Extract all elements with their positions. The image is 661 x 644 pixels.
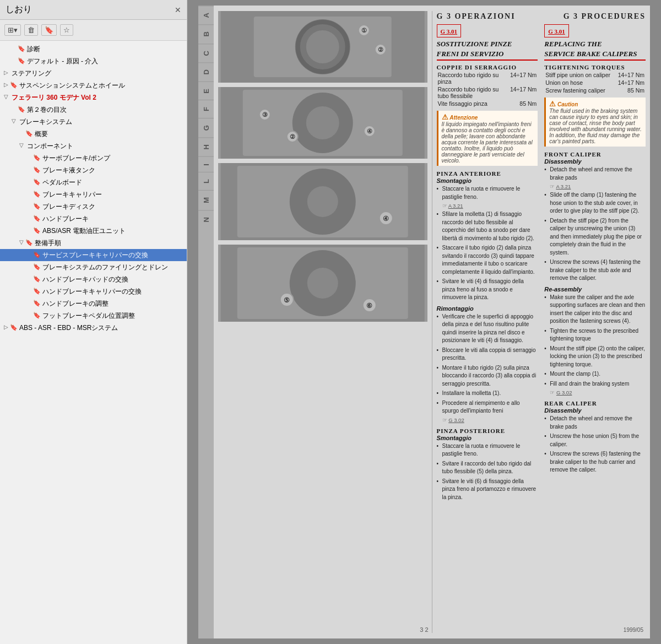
tree-toggle-maintenance[interactable]: ▽ [18,238,25,246]
tree-label-abs: ABS/ASR 電動油圧ユニット [42,226,185,236]
tree-item-brake-caliper[interactable]: 🔖ブレーキキャリパー [0,188,187,201]
star-button[interactable]: ☆ [60,24,73,36]
tree-toggle-abs-system[interactable]: ▷ [2,323,10,331]
svg-point-28 [307,268,338,299]
tree-item-ferrari[interactable]: ▽フェラーリ 360 モデナ Vol 2 [0,91,187,104]
document-panel: ABCDEFGHILMN ① ② [187,0,661,644]
tree-item-steering[interactable]: ▷ステアリング [0,67,187,79]
tree-label-brake-system: ブレーキシステム [19,117,185,127]
bookmark-icon-hand-brake-caliper: 🔖 [33,286,41,296]
disassembly-label-right: Disassembly [544,158,646,165]
tree-label-component: コンポーネント [27,141,185,151]
side-tabs: ABCDEFGHILMN [198,6,214,638]
delete-button[interactable]: 🗑 [24,24,38,36]
ref-a321-right: ☞ A 3.21 [544,183,646,190]
tree-toggle-suspension[interactable]: ▷ [2,80,10,89]
bookmark-icon-hand-brake: 🔖 [33,214,41,223]
bullet-item: Svitare le viti (6) di fissaggio della p… [437,478,538,502]
tree-toggle-steering[interactable]: ▷ [2,68,10,77]
tree-label-abs-system: ABS - ASR - EBD - MSRシステム [19,323,185,333]
bookmark-icon-abs: 🔖 [33,226,41,235]
bookmark-icon-foot-brake: 🔖 [33,311,41,320]
torque-value: 14÷17 Nm [615,71,646,79]
brake-image-4: ⑥ ⑤ [218,245,427,322]
bullet-item: Installare la molletta (1). [437,389,538,398]
side-tab-M[interactable]: M [198,190,214,210]
tree-item-component[interactable]: ▽コンポーネント [0,140,187,152]
tree-label-shindan: 診断 [27,44,185,54]
side-tab-E[interactable]: E [198,82,214,100]
tree-item-overview[interactable]: 🔖概要 [0,128,187,140]
tree-item-hand-brake-adjust[interactable]: 🔖ハンドブレーキの調整 [0,297,187,310]
bookmark-add-button[interactable]: 🔖 [41,24,57,36]
tree-item-abs-system[interactable]: ▷🔖ABS - ASR - EBD - MSRシステム [0,322,187,334]
bookmark-icon-service-brake-caliper: 🔖 [33,250,41,259]
tree-item-foot-brake[interactable]: 🔖フットブレーキペダル位置調整 [0,310,187,322]
tree-item-brake-disc[interactable]: 🔖ブレーキディスク [0,201,187,213]
svg-point-12 [306,106,339,139]
bullet-item: Svitare il raccordo del tubo rigido dal … [437,460,538,476]
tree-item-hand-brake-pad[interactable]: 🔖ハンドブレーキパッドの交換 [0,273,187,285]
ref-g302-right: ☞ G 3.02 [544,389,646,396]
right-section-title: G 3 Procedures [564,12,646,20]
side-tab-A[interactable]: A [198,6,214,24]
tree-label-brake-disc: ブレーキディスク [42,202,185,212]
tree-item-pedalboard[interactable]: 🔖ペダルボード [0,176,187,188]
side-tab-D[interactable]: D [198,62,214,81]
tree-label-hand-brake: ハンドブレーキ [42,214,185,224]
procedure-num-left: G 3.01 [441,28,458,35]
bullet-item: Tighten the screws to the prescribed tig… [544,327,646,343]
tree-label-pedalboard: ペダルボード [42,177,185,187]
bullet-item: Slide off the clamp (1) fastening the ho… [544,191,646,215]
bookmark-icon-hand-brake-pad: 🔖 [33,274,41,284]
tree-item-hand-brake[interactable]: 🔖ハンドブレーキ [0,213,187,225]
tree-toggle-ferrari[interactable]: ▽ [2,93,10,101]
tree-label-suspension: サスペンションシステムとホイール [19,80,185,90]
svg-text:⑥: ⑥ [366,302,372,310]
bullet-item: Montare il tubo rigido (2) sulla pinza b… [437,364,538,388]
side-tab-N[interactable]: N [198,210,214,229]
tree-item-suspension[interactable]: ▷🔖サスペンションシステムとホイール [0,79,187,91]
torque-label: Screw fastening caliper [544,86,615,94]
reassembly-label-left: Rimontaggio [437,305,538,312]
close-icon[interactable]: ✕ [175,6,181,14]
side-tab-F[interactable]: F [198,100,214,118]
bullet-item: Detach the wheel and remove the brake pa… [544,415,646,431]
side-tab-L[interactable]: L [198,172,214,190]
tree-label-service-brake-caliper: サービスブレーキキャリパーの交換 [42,250,185,260]
tree-item-brake-tank[interactable]: 🔖ブレーキ液タンク [0,164,187,176]
tree-item-vol2-index[interactable]: 🔖第２巻の目次 [0,104,187,116]
front-caliper-label-right: Front Caliper [544,151,646,158]
tree-toggle-brake-system[interactable]: ▽ [10,117,18,125]
bullet-item: Staccare la ruota e rimuovere le pastigl… [437,185,538,201]
tree-item-brake-filing[interactable]: 🔖ブレーキシステムのファイリングとドレン [0,261,187,273]
ref-g302-left: ☞ G 3.02 [437,417,538,423]
bullet-item: Fill and drain the braking system [544,380,646,388]
side-tab-C[interactable]: C [198,44,214,62]
warning-right: ⚠ Caution The fluid used in the braking … [544,98,646,147]
tree-label-brake-filing: ブレーキシステムのファイリングとドレン [42,262,185,272]
tree-item-brake-system[interactable]: ▽ブレーキシステム [0,116,187,128]
panel-title: しおり [6,4,32,15]
torque-label: Union on hose [544,79,615,86]
main-title-right-2: Service Brake Calipers [544,50,646,58]
tree-toggle-component[interactable]: ▽ [18,141,25,149]
tree-item-maintenance[interactable]: ▽🔖整備手順 [0,237,187,249]
tree-item-shindan[interactable]: 🔖診断 [0,43,187,55]
tree-label-default-cause: デフォルト - 原因 - 介入 [27,56,185,66]
tree-item-default-cause[interactable]: 🔖デフォルト - 原因 - 介入 [0,55,187,67]
warning-title-left: Attenzione [449,115,478,121]
bookmark-icon-pedalboard: 🔖 [33,177,41,187]
tree-item-hand-brake-caliper[interactable]: 🔖ハンドブレーキキャリパーの交換 [0,285,187,297]
side-tab-H[interactable]: H [198,137,214,156]
side-tab-G[interactable]: G [198,118,214,137]
tree-item-abs[interactable]: 🔖ABS/ASR 電動油圧ユニット [0,225,187,237]
side-tab-I[interactable]: I [198,156,214,172]
bookmark-icon-brake-caliper: 🔖 [33,190,41,199]
layout-button[interactable]: ⊞▾ [4,24,21,36]
side-tab-B[interactable]: B [198,24,214,43]
tree-label-brake-tank: ブレーキ液タンク [42,165,185,175]
warning-left: ⚠ Attenzione Il liquido impiegato nell'i… [437,111,538,166]
tree-item-servo[interactable]: 🔖サーボブレーキ/ポンプ [0,152,187,164]
tree-item-service-brake-caliper[interactable]: 🔖サービスブレーキキャリパーの交換 [0,249,187,261]
